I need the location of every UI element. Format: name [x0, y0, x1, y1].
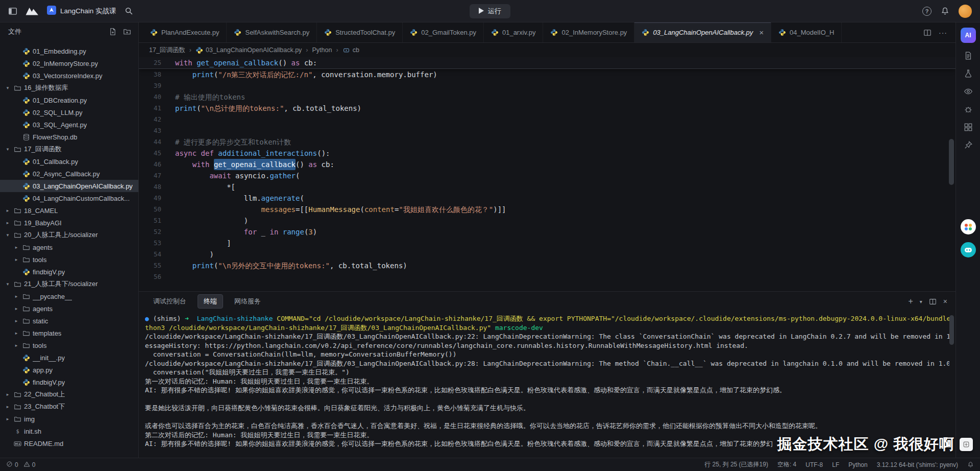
- chevron-down-icon[interactable]: ▾: [4, 281, 11, 287]
- code-line[interactable]: 46 with get_openai_callback() as cb:: [139, 159, 955, 170]
- chevron-right-icon[interactable]: ▸: [13, 306, 20, 311]
- code-line[interactable]: 50 messages=[[HumanMessage(content="我姐姐喜…: [139, 204, 955, 215]
- tree-item[interactable]: 01_Embedding.py: [0, 45, 138, 57]
- editor-tab[interactable]: PlanAndExecute.py: [143, 22, 227, 42]
- new-file-icon[interactable]: [109, 28, 117, 36]
- tree-item[interactable]: ▸tools: [0, 339, 138, 351]
- panel-tab[interactable]: 终端: [198, 294, 223, 309]
- code-line[interactable]: 44# 进行更多的异步交互和token计数: [139, 136, 955, 148]
- plugin-logo-icon[interactable]: [961, 219, 976, 234]
- tree-item[interactable]: README.md: [0, 437, 138, 450]
- close-panel-icon[interactable]: ×: [943, 297, 947, 305]
- docs-icon[interactable]: [963, 51, 973, 61]
- code-line[interactable]: 52 for _ in range(3): [139, 226, 955, 238]
- chevron-right-icon[interactable]: ▸: [4, 416, 11, 421]
- tree-item[interactable]: 03_SQL_Agent.py: [0, 119, 138, 131]
- code-line[interactable]: 42: [139, 114, 955, 125]
- breadcrumb-item[interactable]: cb: [342, 46, 359, 54]
- status-item[interactable]: LF: [832, 461, 839, 468]
- tree-item[interactable]: findbigV.py: [0, 376, 138, 388]
- tree-item[interactable]: ▸18_CAMEL: [0, 204, 138, 217]
- status-bell-icon[interactable]: [967, 461, 974, 468]
- file-tree[interactable]: 01_Embedding.py02_InMemoryStore.py03_Vec…: [0, 41, 138, 458]
- run-button[interactable]: 运行: [470, 4, 510, 18]
- sticky-scroll-line[interactable]: 25with get_openai_callback() as cb:: [139, 57, 955, 69]
- debug-bug-icon[interactable]: [963, 104, 973, 114]
- tree-item[interactable]: ▾16_操作数据库: [0, 82, 138, 94]
- chevron-right-icon[interactable]: ▸: [4, 220, 11, 225]
- tree-item[interactable]: ▸19_BabyAGI: [0, 217, 138, 229]
- tree-item[interactable]: 02_SQL_LLM.py: [0, 106, 138, 119]
- chevron-right-icon[interactable]: ▸: [13, 343, 20, 348]
- status-item[interactable]: 行 25, 列 25 (已选择19): [704, 460, 768, 469]
- tree-item[interactable]: $init.sh: [0, 425, 138, 437]
- tree-item[interactable]: FlowerShop.db: [0, 131, 138, 143]
- notifications-bell-icon[interactable]: [941, 7, 949, 15]
- terminal[interactable]: ● (shims) ➜ LangChain-shizhanke COMMAND=…: [139, 311, 955, 458]
- code-line[interactable]: 41print("\n总计使用的tokens:", cb.total_token…: [139, 103, 955, 114]
- problems-indicator[interactable]: 0 0: [6, 461, 35, 469]
- ai-panel-button[interactable]: AI: [961, 28, 976, 43]
- user-avatar[interactable]: [959, 5, 972, 18]
- code-line[interactable]: 51 ): [139, 215, 955, 226]
- preview-eye-icon[interactable]: [963, 86, 973, 97]
- editor-scrollbar[interactable]: [949, 139, 954, 185]
- terminal-scrollbar[interactable]: [949, 315, 954, 345]
- code-line[interactable]: 43: [139, 125, 955, 136]
- chevron-right-icon[interactable]: ▸: [4, 404, 11, 409]
- ai-assistant-avatar[interactable]: [961, 242, 976, 257]
- help-button[interactable]: ?: [922, 7, 932, 16]
- tree-item[interactable]: 04_LangChainCustomCallback...: [0, 192, 138, 204]
- more-actions-icon[interactable]: ···: [939, 29, 947, 37]
- editor-tab[interactable]: 01_arxiv.py: [484, 22, 544, 42]
- chevron-right-icon[interactable]: ▸: [4, 392, 11, 397]
- tree-item[interactable]: 02_InMemoryStore.py: [0, 57, 138, 69]
- pin-icon[interactable]: [963, 140, 973, 150]
- breadcrumb-item[interactable]: Python: [312, 46, 332, 54]
- code-line[interactable]: 25with get_openai_callback() as cb:: [139, 57, 955, 68]
- code-line[interactable]: 45async def additional_interactions():: [139, 148, 955, 159]
- editor-tab[interactable]: 02_InMemoryStore.py: [543, 22, 634, 42]
- chevron-right-icon[interactable]: ▸: [13, 245, 20, 250]
- chevron-right-icon[interactable]: ▸: [13, 331, 20, 336]
- code-line[interactable]: 38 print("/n第三次对话后的记忆:/n", conversation.…: [139, 69, 955, 80]
- tab-close-icon[interactable]: ×: [759, 29, 764, 36]
- tree-item[interactable]: __init__.py: [0, 351, 138, 364]
- code-line[interactable]: 48 *[: [139, 181, 955, 193]
- breadcrumb-item[interactable]: 03_LangChainOpenAICallback.py: [195, 46, 302, 54]
- code-line[interactable]: 47 await asyncio.gather(: [139, 170, 955, 181]
- tree-item[interactable]: 02_Async_Callback.py: [0, 168, 138, 180]
- tree-item[interactable]: ▾21_人脉工具下/socializer: [0, 278, 138, 290]
- tree-item[interactable]: ▸agents: [0, 302, 138, 315]
- chevron-right-icon[interactable]: ▸: [4, 208, 11, 213]
- panel-tab[interactable]: 网络服务: [228, 294, 267, 309]
- search-button[interactable]: [125, 7, 133, 15]
- test-flask-icon[interactable]: [963, 68, 973, 79]
- status-item[interactable]: UTF-8: [805, 461, 823, 468]
- new-folder-icon[interactable]: [123, 28, 131, 36]
- status-item[interactable]: Python: [848, 461, 867, 468]
- tree-item[interactable]: ▾17_回调函数: [0, 143, 138, 155]
- breadcrumb-item[interactable]: 17_回调函数: [149, 46, 185, 55]
- tree-item[interactable]: ▸23_Chatbot下: [0, 401, 138, 413]
- project-switcher[interactable]: LangChain 实战课: [47, 6, 116, 16]
- tree-item[interactable]: 03_VectorstoreIndex.py: [0, 69, 138, 82]
- split-editor-icon[interactable]: [923, 29, 932, 37]
- code-line[interactable]: 53 ]: [139, 238, 955, 249]
- chevron-right-icon[interactable]: ▸: [13, 257, 20, 262]
- code-line[interactable]: 49 llm.agenerate(: [139, 193, 955, 204]
- code-line[interactable]: 39: [139, 80, 955, 91]
- chevron-down-icon[interactable]: ▾: [4, 85, 11, 90]
- tree-item[interactable]: ▸static: [0, 315, 138, 327]
- tree-item[interactable]: 01_Callback.py: [0, 155, 138, 168]
- chevron-down-icon[interactable]: ▾: [4, 232, 11, 238]
- panel-tab[interactable]: 调试控制台: [147, 294, 192, 309]
- terminal-dropdown-icon[interactable]: ▾: [920, 299, 922, 304]
- tree-item[interactable]: 01_DBCreation.py: [0, 94, 138, 106]
- tree-item[interactable]: app.py: [0, 364, 138, 376]
- chevron-right-icon[interactable]: ▸: [13, 318, 20, 323]
- code-editor[interactable]: 25with get_openai_callback() as cb: 38 p…: [139, 57, 955, 291]
- tree-item[interactable]: ▸22_Chatbot上: [0, 388, 138, 401]
- tree-item[interactable]: ▸agents: [0, 241, 138, 253]
- sidebar-toggle-button[interactable]: [8, 7, 17, 16]
